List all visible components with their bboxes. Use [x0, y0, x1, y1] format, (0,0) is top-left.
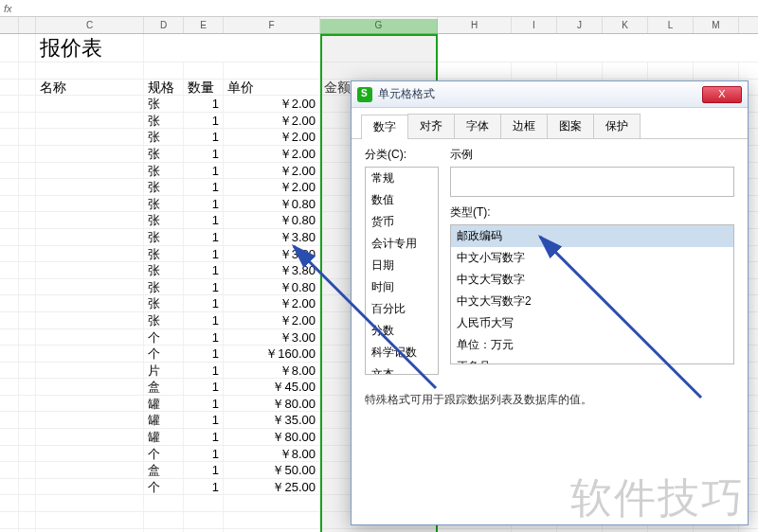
cell[interactable] — [19, 163, 36, 179]
cell[interactable] — [19, 246, 36, 262]
cell[interactable] — [19, 196, 36, 212]
cell[interactable] — [0, 529, 19, 532]
cell[interactable] — [144, 62, 184, 79]
cell[interactable]: 1 — [184, 262, 224, 278]
type-item[interactable]: 单位：万元 — [451, 334, 733, 356]
cell[interactable] — [438, 62, 512, 79]
cell[interactable]: 片 — [144, 363, 184, 379]
cell[interactable] — [0, 96, 19, 112]
cell[interactable]: 1 — [184, 329, 224, 346]
cell[interactable] — [36, 312, 144, 328]
cell[interactable]: 1 — [184, 196, 224, 212]
cell[interactable]: ￥50.00 — [224, 462, 320, 478]
cell[interactable] — [438, 529, 512, 532]
cell[interactable] — [184, 62, 224, 79]
cell[interactable] — [0, 346, 19, 362]
cell[interactable] — [144, 512, 184, 528]
cell[interactable] — [320, 62, 438, 79]
cell[interactable] — [0, 179, 19, 195]
cell[interactable]: 罐 — [144, 412, 184, 428]
cell[interactable] — [19, 279, 36, 295]
cell[interactable] — [19, 62, 36, 79]
cell[interactable] — [36, 262, 144, 278]
cell[interactable] — [603, 529, 648, 532]
cell[interactable] — [19, 229, 36, 245]
col-hdr[interactable] — [19, 17, 36, 33]
formula-bar[interactable]: fx — [0, 0, 758, 17]
cell[interactable]: 张 — [144, 229, 184, 245]
cell[interactable] — [0, 279, 19, 295]
cell[interactable] — [19, 346, 36, 362]
col-hdr[interactable] — [0, 17, 19, 33]
cell[interactable] — [144, 529, 184, 532]
cell[interactable] — [0, 429, 19, 445]
cell[interactable] — [19, 96, 36, 112]
cell[interactable]: 张 — [144, 212, 184, 228]
cell[interactable]: 1 — [184, 295, 224, 311]
cell[interactable] — [0, 113, 19, 129]
cell[interactable] — [36, 179, 144, 195]
cell[interactable]: ￥35.00 — [224, 412, 320, 428]
cell[interactable] — [224, 512, 320, 528]
tab-1[interactable]: 对齐 — [407, 114, 455, 138]
col-hdr[interactable]: I — [512, 17, 557, 33]
cell[interactable] — [0, 462, 19, 478]
cell[interactable]: 张 — [144, 312, 184, 328]
cell[interactable] — [19, 363, 36, 379]
cell[interactable]: ￥25.00 — [224, 479, 320, 495]
cell[interactable]: ￥3.80 — [224, 262, 320, 278]
cell[interactable] — [36, 196, 144, 212]
type-item[interactable]: 中文大写数字 — [451, 269, 733, 291]
close-button[interactable]: X — [702, 86, 742, 103]
col-hdr[interactable]: H — [438, 17, 512, 33]
cell[interactable]: ￥8.00 — [224, 363, 320, 379]
cell[interactable] — [36, 163, 144, 179]
cell[interactable] — [0, 396, 19, 412]
type-item[interactable]: 中文大写数字2 — [451, 291, 733, 312]
cell[interactable]: 盒 — [144, 462, 184, 478]
cell[interactable]: ￥3.80 — [224, 229, 320, 245]
cell[interactable]: 1 — [184, 179, 224, 195]
cell[interactable] — [512, 529, 557, 532]
cell[interactable]: ￥2.00 — [224, 146, 320, 162]
category-item[interactable]: 百分比 — [366, 298, 438, 320]
cell[interactable] — [36, 62, 144, 79]
cell[interactable] — [19, 529, 36, 532]
cell[interactable]: 罐 — [144, 429, 184, 445]
cell[interactable]: 张 — [144, 129, 184, 145]
sheet-title[interactable]: 报价表 — [36, 34, 144, 62]
cell[interactable] — [19, 396, 36, 412]
cell[interactable] — [19, 462, 36, 478]
cell[interactable] — [36, 479, 144, 495]
cell[interactable]: 1 — [184, 229, 224, 245]
cell[interactable] — [19, 329, 36, 346]
cell[interactable] — [0, 246, 19, 262]
cell[interactable]: 1 — [184, 146, 224, 162]
cell[interactable] — [144, 495, 184, 511]
cell[interactable] — [0, 512, 19, 528]
category-item[interactable]: 常规 — [366, 168, 438, 189]
type-item[interactable]: 人民币大写 — [451, 312, 733, 334]
category-list[interactable]: 常规数值货币会计专用日期时间百分比分数科学记数文本特殊自定义 — [365, 167, 439, 375]
cell[interactable]: ￥80.00 — [224, 396, 320, 412]
cell[interactable]: ￥3.00 — [224, 329, 320, 346]
cell[interactable] — [19, 379, 36, 395]
category-item[interactable]: 数值 — [366, 189, 438, 211]
cell[interactable] — [694, 529, 739, 532]
cell[interactable] — [36, 279, 144, 295]
cell[interactable]: ￥45.00 — [224, 379, 320, 395]
cell[interactable]: 1 — [184, 396, 224, 412]
category-item[interactable]: 时间 — [366, 276, 438, 298]
cell[interactable]: 1 — [184, 462, 224, 478]
cell[interactable] — [0, 363, 19, 379]
col-hdr[interactable]: G — [320, 17, 438, 33]
cell[interactable]: ￥2.00 — [224, 96, 320, 112]
cell[interactable] — [320, 529, 438, 532]
cell[interactable]: 张 — [144, 262, 184, 278]
cell[interactable]: ￥0.80 — [224, 196, 320, 212]
cell[interactable] — [224, 529, 320, 532]
cell[interactable] — [36, 346, 144, 362]
cell[interactable] — [36, 396, 144, 412]
cell[interactable] — [648, 62, 694, 79]
cell[interactable]: 规格 — [144, 80, 184, 96]
